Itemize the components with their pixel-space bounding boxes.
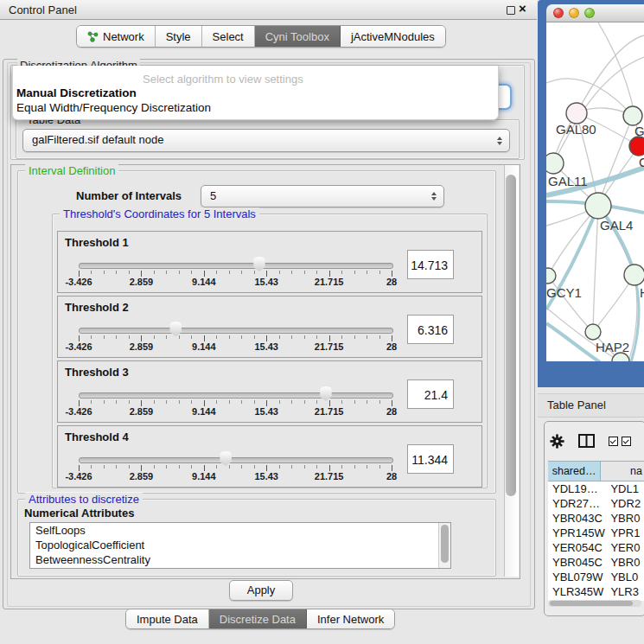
slider-thumb[interactable] <box>319 386 333 401</box>
table-data-combobox[interactable]: galFiltered.sif default node <box>22 129 510 152</box>
slider-tick <box>191 335 192 339</box>
slider-thumb[interactable] <box>252 257 266 271</box>
table-cell[interactable]: YER0 <box>610 540 644 555</box>
table-hscrollbar-thumb[interactable] <box>550 601 633 606</box>
slider-tick <box>154 400 155 404</box>
table-cell[interactable]: YPR145W <box>548 526 610 540</box>
table-cell[interactable]: YBR043C <box>548 511 610 526</box>
gear-icon[interactable] <box>550 434 564 449</box>
close-traffic-light-icon[interactable] <box>553 8 564 18</box>
table-row[interactable]: YDL19…YDL1 <box>548 481 644 496</box>
slider-tick <box>329 335 330 341</box>
tab-jactivemnodules[interactable]: jActiveMNodules <box>341 26 445 47</box>
network-window-titlebar[interactable] <box>546 4 644 22</box>
slider-thumb[interactable] <box>219 451 233 466</box>
table-row[interactable]: YBR045CYBR0 <box>548 555 644 570</box>
slider-thumb[interactable] <box>169 322 182 336</box>
number-of-intervals-combobox[interactable]: 5 <box>201 185 444 207</box>
slider-tick-label: 2.859 <box>130 341 154 352</box>
network-node[interactable] <box>629 137 644 156</box>
network-node[interactable] <box>623 106 642 125</box>
table-cell[interactable]: YER054C <box>548 540 610 555</box>
zoom-traffic-light-icon[interactable] <box>584 8 595 18</box>
attribute-item[interactable]: TopologicalCoefficient <box>30 538 450 552</box>
close-icon[interactable]: × <box>519 1 526 16</box>
slider-track[interactable] <box>79 457 393 463</box>
attribute-item[interactable]: SelfLoops <box>30 523 450 538</box>
table-cell[interactable]: YLR345W <box>548 584 610 599</box>
tab-style[interactable]: Style <box>156 26 202 47</box>
threshold-value-field[interactable]: 6.316 <box>407 315 454 344</box>
table-cell[interactable]: YDL1 <box>610 481 644 496</box>
algorithm-option[interactable]: Equal Width/Frequency Discretization <box>16 101 211 114</box>
slider-tick <box>154 465 155 469</box>
table-cell[interactable]: YBL079W <box>548 570 610 584</box>
network-edge[interactable] <box>593 206 598 332</box>
table-cell[interactable]: YPR1 <box>610 526 644 540</box>
slider-tick <box>241 271 242 274</box>
table-hscrollbar-track[interactable] <box>548 600 641 607</box>
table-row[interactable]: YBR043CYBR0 <box>548 511 644 526</box>
apply-button[interactable]: Apply <box>229 580 293 601</box>
select-all-columns-icon[interactable] <box>609 437 618 446</box>
network-node[interactable] <box>546 153 564 174</box>
slider-tick <box>79 465 80 471</box>
table-cell[interactable]: YDR2 <box>610 496 644 511</box>
slider-track[interactable] <box>79 328 393 334</box>
minimize-traffic-light-icon[interactable] <box>569 8 579 18</box>
slider-tick-label: 28 <box>386 277 397 287</box>
network-node[interactable] <box>585 193 611 219</box>
tab-cyni-toolbox[interactable]: Cyni Toolbox <box>255 26 341 47</box>
table-row[interactable]: YBL079WYBL0 <box>548 570 644 584</box>
tab-impute-data[interactable]: Impute Data <box>126 609 209 628</box>
table-cell[interactable]: YBR045C <box>548 555 610 570</box>
network-node[interactable] <box>585 324 601 340</box>
slider-tick <box>266 465 267 471</box>
split-column-icon[interactable] <box>578 434 595 448</box>
slider-track[interactable] <box>79 392 393 399</box>
attributes-scrollbar-thumb[interactable] <box>441 525 449 563</box>
float-window-icon[interactable] <box>507 6 515 15</box>
table-row[interactable]: YER054CYER0 <box>548 540 644 555</box>
tab-infer-network[interactable]: Infer Network <box>307 609 394 628</box>
network-edge[interactable] <box>548 276 593 332</box>
table-row[interactable]: YPR145WYPR1 <box>548 526 644 540</box>
attribute-item[interactable]: BetweennessCentrality <box>30 552 450 567</box>
network-edge[interactable] <box>598 116 633 206</box>
attributes-scrollbar-track[interactable] <box>438 523 450 568</box>
table-cell[interactable]: YBR0 <box>610 511 644 526</box>
table-header-cell[interactable]: shared… <box>548 462 601 481</box>
table-row[interactable]: YLR345WYLR3 <box>548 584 644 599</box>
table-header-cell[interactable]: na <box>601 462 644 481</box>
network-edge[interactable] <box>577 35 644 113</box>
table-cell[interactable]: YBR0 <box>610 555 644 570</box>
network-node[interactable] <box>624 265 644 285</box>
network-node[interactable] <box>546 268 556 284</box>
settings-scrollbar-thumb[interactable] <box>506 175 516 496</box>
network-node-label: GAL11 <box>548 174 588 188</box>
network-view-canvas[interactable]: GAL80GCGAL11GAL4GCY1HHAP2 <box>546 22 644 361</box>
tab-network[interactable]: Network <box>77 26 156 47</box>
slider-tick <box>216 465 217 469</box>
table-row[interactable]: YDR27…YDR2 <box>548 496 644 511</box>
algorithm-option[interactable]: Manual Discretization <box>16 86 137 99</box>
table-cell[interactable]: YLR3 <box>610 584 644 599</box>
slider-tick <box>129 271 130 274</box>
slider-tick <box>392 335 392 341</box>
threshold-value-field[interactable]: 11.344 <box>407 444 454 474</box>
table-cell[interactable]: YDR27… <box>548 496 610 511</box>
table-cell[interactable]: YDL19… <box>548 481 610 496</box>
slider-tick <box>367 465 367 469</box>
threshold-value-field[interactable]: 14.713 <box>407 250 454 279</box>
threshold-value-field[interactable]: 21.4 <box>407 379 454 409</box>
tab-label: Discretize Data <box>220 613 296 626</box>
table-cell[interactable]: YBL0 <box>610 570 644 584</box>
unselect-all-columns-icon[interactable] <box>622 437 631 446</box>
tab-discretize-data[interactable]: Discretize Data <box>209 609 307 628</box>
slider-tick <box>154 271 155 274</box>
control-panel-titlebar: Control Panel <box>0 0 537 20</box>
slider-tick <box>279 400 280 404</box>
slider-track[interactable] <box>79 263 393 269</box>
tab-select[interactable]: Select <box>202 26 255 47</box>
network-node[interactable] <box>566 103 587 124</box>
